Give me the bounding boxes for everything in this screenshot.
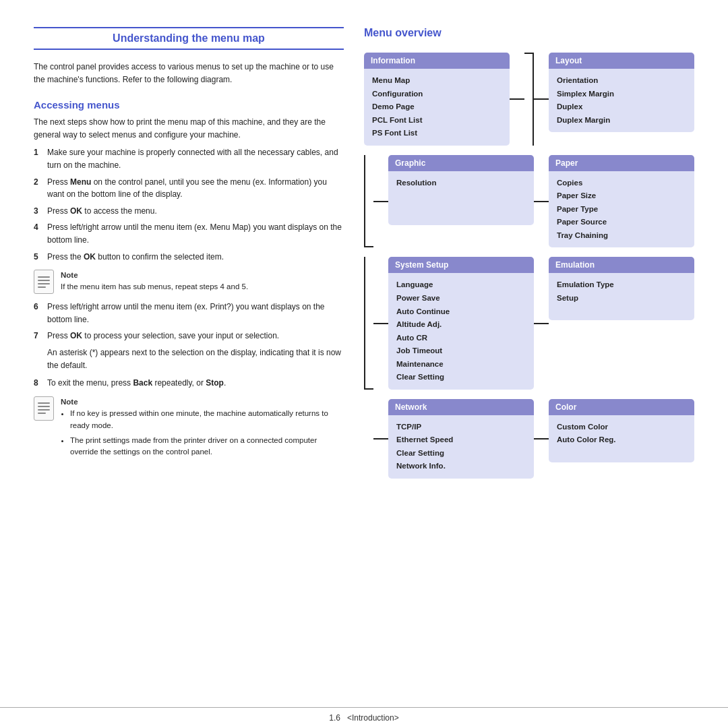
information-header: Information bbox=[364, 53, 510, 69]
system-setup-header: System Setup bbox=[388, 257, 534, 273]
note-2-title: Note bbox=[61, 396, 344, 408]
connector-2 bbox=[534, 53, 549, 146]
connector-1 bbox=[510, 53, 524, 146]
emulation-body: Emulation TypeSetup bbox=[549, 273, 694, 320]
step-num-5: 5 bbox=[34, 251, 42, 264]
step-4: 4 Press left/right arrow until the menu … bbox=[34, 221, 344, 246]
right-column: Menu overview Information Menu MapConfig… bbox=[364, 27, 694, 694]
content-area: Understanding the menu map The control p… bbox=[0, 0, 728, 707]
menu-category-information: Information Menu MapConfigurationDemo Pa… bbox=[364, 53, 510, 146]
menu-overview-title: Menu overview bbox=[364, 27, 694, 39]
note-2-bullet-2: The print settings made from the printer… bbox=[70, 435, 344, 459]
step-num-7: 7 bbox=[34, 330, 42, 342]
right-bracket-1 bbox=[524, 53, 534, 146]
step-num-3: 3 bbox=[34, 205, 42, 218]
bracket-segment-bottom-1 bbox=[364, 155, 373, 248]
left-bracket-3 bbox=[364, 257, 373, 389]
step-num-8: 8 bbox=[34, 377, 42, 390]
step-3: 3 Press OK to access the menu. bbox=[34, 205, 344, 218]
connector-7 bbox=[373, 399, 388, 479]
menu-row-1: Information Menu MapConfigurationDemo Pa… bbox=[364, 53, 694, 146]
steps-list-3: 8 To exit the menu, press Back repeatedl… bbox=[34, 377, 344, 390]
note-1-text: If the menu item has sub menus, repeat s… bbox=[61, 281, 248, 293]
note-box-2: Note If no key is pressed within one min… bbox=[34, 396, 344, 462]
emulation-header: Emulation bbox=[549, 257, 694, 273]
step-2: 2 Press Menu on the control panel, until… bbox=[34, 176, 344, 201]
color-header: Color bbox=[549, 399, 694, 415]
menu-row-3: System Setup LanguagePower SaveAuto Cont… bbox=[364, 257, 694, 389]
connector-3 bbox=[373, 155, 388, 248]
note-1-content: Note If the menu item has sub menus, rep… bbox=[61, 270, 248, 293]
layout-header: Layout bbox=[549, 53, 694, 69]
connector-8 bbox=[534, 399, 549, 479]
step-text-7: Press OK to process your selection, save… bbox=[47, 330, 279, 342]
note-2-bullet-1: If no key is pressed within one minute, … bbox=[70, 408, 344, 432]
graphic-header: Graphic bbox=[388, 155, 534, 171]
menu-category-color: Color Custom ColorAuto Color Reg. bbox=[549, 399, 694, 479]
step-8: 8 To exit the menu, press Back repeatedl… bbox=[34, 377, 344, 390]
menu-row-2: Graphic Resolution Paper CopiesPaper Siz… bbox=[364, 155, 694, 248]
connector-line-3 bbox=[373, 201, 388, 202]
note-icon-2 bbox=[34, 396, 54, 421]
menu-category-network: Network TCP/IPEthernet SpeedClear Settin… bbox=[388, 399, 534, 479]
paper-body: CopiesPaper SizePaper TypePaper SourceTr… bbox=[549, 171, 694, 248]
paper-header: Paper bbox=[549, 155, 694, 171]
menu-category-layout: Layout OrientationSimplex MarginDuplexDu… bbox=[549, 53, 694, 146]
graphic-body: Resolution bbox=[388, 171, 534, 225]
main-title: Understanding the menu map bbox=[34, 27, 344, 50]
bracket-segment-3 bbox=[364, 257, 373, 389]
note-2-bullets: If no key is pressed within one minute, … bbox=[61, 408, 344, 458]
connector-line-8 bbox=[534, 438, 549, 439]
step-7: 7 Press OK to process your selection, sa… bbox=[34, 330, 344, 342]
menu-row-4: Network TCP/IPEthernet SpeedClear Settin… bbox=[364, 399, 694, 479]
step-text-4: Press left/right arrow until the menu it… bbox=[47, 221, 344, 246]
step-text-8: To exit the menu, press Back repeatedly,… bbox=[47, 377, 226, 390]
footer: 1.6 <Introduction> bbox=[0, 707, 728, 728]
connector-line-4 bbox=[534, 201, 549, 202]
information-body: Menu MapConfigurationDemo PagePCL Font L… bbox=[364, 69, 510, 146]
step-num-4: 4 bbox=[34, 221, 42, 246]
page: Understanding the menu map The control p… bbox=[0, 0, 728, 728]
step-text-6: Press left/right arrow until the menu it… bbox=[47, 301, 344, 326]
bracket-segment-top-1 bbox=[524, 53, 534, 146]
note-icon-1 bbox=[34, 270, 54, 294]
connector-5 bbox=[373, 257, 388, 389]
footer-section: <Introduction> bbox=[347, 713, 399, 723]
step-1: 1 Make sure your machine is properly con… bbox=[34, 146, 344, 171]
steps-list-2: 6 Press left/right arrow until the menu … bbox=[34, 301, 344, 342]
color-body: Custom ColorAuto Color Reg. bbox=[549, 415, 694, 462]
asterisk-text: An asterisk (*) appears next to the sele… bbox=[47, 346, 344, 371]
note-2-content: Note If no key is pressed within one min… bbox=[61, 396, 344, 462]
network-body: TCP/IPEthernet SpeedClear SettingNetwork… bbox=[388, 415, 534, 479]
menu-category-system-setup: System Setup LanguagePower SaveAuto Cont… bbox=[388, 257, 534, 389]
menu-category-paper: Paper CopiesPaper SizePaper TypePaper So… bbox=[549, 155, 694, 248]
connector-6 bbox=[534, 257, 549, 389]
step-num-2: 2 bbox=[34, 176, 42, 201]
system-setup-body: LanguagePower SaveAuto ContinueAltitude … bbox=[388, 273, 534, 389]
connector-line-6 bbox=[534, 323, 549, 324]
connector-line-2 bbox=[534, 98, 549, 100]
note-1-title: Note bbox=[61, 270, 248, 281]
note-box-1: Note If the menu item has sub menus, rep… bbox=[34, 270, 344, 294]
accessing-heading: Accessing menus bbox=[34, 99, 344, 111]
spacer-4 bbox=[364, 399, 373, 479]
connector-4 bbox=[534, 155, 549, 248]
step-5: 5 Press the OK button to confirm the sel… bbox=[34, 251, 344, 264]
menu-category-graphic: Graphic Resolution bbox=[388, 155, 534, 248]
left-bracket-2 bbox=[364, 155, 373, 248]
layout-body: OrientationSimplex MarginDuplexDuplex Ma… bbox=[549, 69, 694, 132]
accessing-text: The next steps show how to print the men… bbox=[34, 116, 344, 141]
step-text-3: Press OK to access the menu. bbox=[47, 205, 157, 218]
step-6: 6 Press left/right arrow until the menu … bbox=[34, 301, 344, 326]
step-text-5: Press the OK button to confirm the selec… bbox=[47, 251, 224, 264]
footer-page: 1.6 bbox=[329, 713, 340, 723]
step-num-6: 6 bbox=[34, 301, 42, 326]
network-header: Network bbox=[388, 399, 534, 415]
step-num-1: 1 bbox=[34, 146, 42, 171]
left-column: Understanding the menu map The control p… bbox=[34, 27, 344, 694]
connector-line-5 bbox=[373, 323, 388, 324]
step-text-1: Make sure your machine is properly conne… bbox=[47, 146, 344, 171]
menu-map-container: Information Menu MapConfigurationDemo Pa… bbox=[364, 53, 694, 479]
step-text-2: Press Menu on the control panel, until y… bbox=[47, 176, 344, 201]
connector-line-7 bbox=[373, 438, 388, 439]
